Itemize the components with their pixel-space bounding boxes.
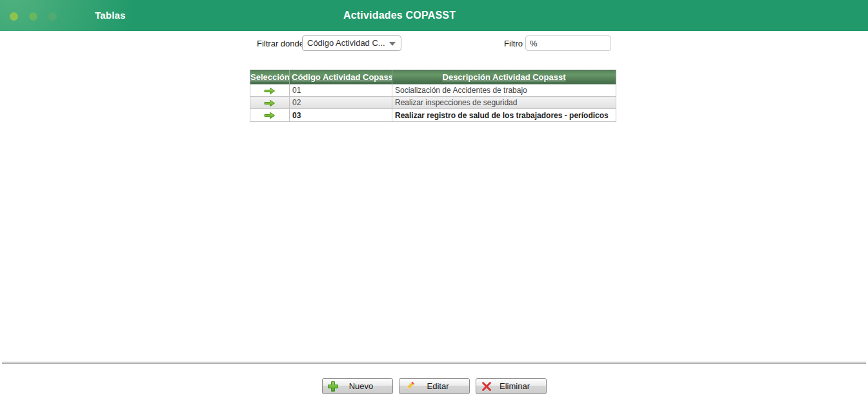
row-select-cell[interactable] [250, 97, 290, 109]
chevron-down-icon [389, 42, 396, 46]
filter-bar: Filtrar donde Código Actividad C... Filt… [0, 35, 868, 52]
column-header-codigo[interactable]: Código Actividad Copasst [290, 70, 392, 85]
title-bar: Tablas Actividades COPASST [0, 0, 868, 31]
editar-button[interactable]: Editar [399, 378, 470, 394]
window-dot-icon[interactable] [10, 12, 18, 21]
table-row: 02 Realizar inspecciones de seguridad [250, 97, 616, 109]
plus-icon [327, 381, 339, 397]
footer-divider [2, 363, 866, 364]
row-code: 01 [290, 85, 392, 97]
filter-column-select[interactable]: Código Actividad C... [302, 35, 401, 51]
row-description: Socialización de Accidentes de trabajo [392, 85, 616, 97]
row-description: Realizar inspecciones de seguridad [392, 97, 616, 109]
filter-where-label: Filtrar donde [257, 39, 299, 48]
window-controls [10, 12, 57, 21]
table-row-selected: 03 Realizar registro de salud de los tra… [250, 109, 616, 122]
pencil-icon [404, 381, 416, 397]
activities-table: Selección Código Actividad Copasst Descr… [250, 70, 616, 122]
row-select-cell[interactable] [250, 85, 290, 97]
filter-column-selected-value: Código Actividad C... [307, 38, 385, 48]
nav-tablas[interactable]: Tablas [95, 0, 126, 31]
button-label: Nuevo [341, 379, 374, 394]
row-select-cell[interactable] [250, 109, 290, 122]
arrow-right-icon [264, 99, 276, 107]
column-header-seleccion[interactable]: Selección [250, 70, 290, 85]
button-label: Editar [419, 379, 449, 394]
window-dot-icon[interactable] [29, 12, 37, 21]
button-label: Eliminar [492, 379, 530, 394]
eliminar-button[interactable]: Eliminar [476, 378, 547, 394]
filter-label: Filtro [497, 39, 523, 48]
page-title: Actividades COPASST [343, 0, 456, 31]
table-header-row: Selección Código Actividad Copasst Descr… [250, 70, 616, 85]
arrow-right-icon [264, 87, 276, 95]
action-button-bar: Nuevo Editar Eliminar [0, 378, 868, 394]
delete-x-icon [481, 381, 492, 397]
table-row: 01 Socialización de Accidentes de trabaj… [250, 85, 616, 97]
filter-input[interactable] [525, 35, 611, 51]
window-dot-icon[interactable] [48, 12, 57, 21]
arrow-right-icon [264, 112, 276, 119]
row-code: 03 [290, 109, 392, 122]
column-header-descripcion[interactable]: Descripción Actividad Copasst [392, 70, 616, 85]
row-description: Realizar registro de salud de los trabaj… [392, 109, 616, 122]
row-code: 02 [290, 97, 392, 109]
nuevo-button[interactable]: Nuevo [322, 378, 393, 394]
